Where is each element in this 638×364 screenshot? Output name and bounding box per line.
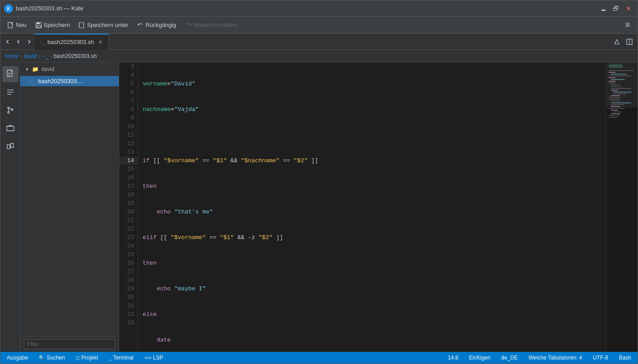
- statusbar-filetype[interactable]: Bash: [617, 355, 633, 361]
- statusbar-locale[interactable]: de_DE: [499, 355, 520, 361]
- new-button[interactable]: Neu: [4, 19, 30, 31]
- breadcrumb-file: bash20250303.sh: [54, 53, 96, 59]
- redo-button[interactable]: Wiederherstellen: [182, 19, 241, 31]
- project-icon-status: ◻: [76, 355, 80, 360]
- line-num-29: 29: [119, 284, 138, 293]
- tab-nav-right-button[interactable]: [24, 36, 35, 47]
- redo-label: Wiederherstellen: [193, 22, 238, 28]
- files-icon: [6, 70, 15, 79]
- svg-point-16: [8, 107, 9, 109]
- filetree-header: ▼ 📁 david: [20, 62, 119, 76]
- svg-rect-5: [37, 26, 40, 27]
- statusbar-lsp-label: LSP: [153, 355, 163, 361]
- tab-scroll-left-icon[interactable]: [2, 36, 13, 47]
- minimize-button[interactable]: 🗕: [598, 3, 609, 14]
- undo-button[interactable]: Rückgängig: [134, 19, 180, 31]
- split-view-button[interactable]: [624, 36, 635, 47]
- statusbar-project[interactable]: ◻ Projekt: [74, 355, 100, 361]
- save-as-button[interactable]: Speichern unter: [75, 19, 132, 31]
- line-num-22: 22: [119, 225, 138, 233]
- code-content[interactable]: vorname="David" nachname="Vajda" if [[ "…: [138, 62, 606, 352]
- minimap-viewport: [607, 62, 638, 107]
- svg-point-17: [8, 111, 9, 113]
- svg-rect-4: [37, 22, 40, 24]
- restore-button[interactable]: 🗗: [611, 3, 621, 14]
- outline-icon: [6, 88, 15, 97]
- statusbar-search-label: Suchen: [47, 355, 65, 361]
- svg-rect-6: [79, 22, 84, 28]
- line-num-14: 14: [119, 156, 138, 165]
- svg-rect-47: [611, 110, 618, 111]
- statusbar-output[interactable]: Ausgabe: [5, 355, 30, 361]
- breadcrumb-david[interactable]: david: [24, 53, 37, 59]
- breadcrumb-home[interactable]: home: [5, 53, 18, 59]
- line-num-18: 18: [119, 191, 138, 199]
- line-num-4: 4: [119, 71, 138, 80]
- statusbar-terminal[interactable]: _ Terminal: [107, 355, 135, 361]
- new-label: Neu: [16, 22, 27, 28]
- window-title: bash20250303.sh — Kate: [16, 5, 83, 12]
- code-line-5: [143, 131, 602, 139]
- quick-open-button[interactable]: [611, 36, 622, 47]
- tab-bash20250303[interactable]: ~_ bash20250303.sh ✕: [35, 34, 109, 50]
- svg-rect-49: [611, 113, 620, 114]
- tab-icon: ~_: [39, 40, 45, 45]
- statusbar-indent[interactable]: Weiche Tabulatoren: 4: [527, 355, 584, 361]
- line-num-30: 30: [119, 293, 138, 302]
- breadcrumb-sep-1: ›: [20, 53, 22, 59]
- line-num-16: 16: [119, 173, 138, 182]
- svg-text:K: K: [7, 6, 10, 11]
- save-as-icon: [79, 22, 85, 28]
- menu-button[interactable]: ≡: [621, 19, 634, 31]
- svg-marker-7: [615, 40, 619, 44]
- svg-rect-46: [609, 108, 625, 109]
- code-line-12: else: [143, 310, 602, 319]
- line-num-9: 9: [119, 114, 138, 122]
- terminal-icon-status: _: [109, 355, 112, 360]
- sidebar-folder-button[interactable]: [2, 120, 18, 136]
- line-numbers: 3 4 5 6 7 8 9 10 11 12 13 14 15 16 17 18…: [119, 62, 138, 352]
- line-num-11: 11: [119, 131, 138, 139]
- tab-label: bash20250303.sh: [48, 39, 94, 45]
- menu-icon: ≡: [625, 20, 630, 30]
- line-num-28: 28: [119, 276, 138, 284]
- line-num-17: 17: [119, 182, 138, 191]
- folder-icon: [6, 124, 15, 133]
- line-num-24: 24: [119, 242, 138, 250]
- filetree-filter: [20, 336, 119, 352]
- code-line-10: then: [143, 259, 602, 267]
- tree-item-label: bash20250303....: [38, 78, 83, 84]
- tabbar: ~_ bash20250303.sh ✕: [0, 34, 638, 50]
- filetree-item-bash[interactable]: ~_ bash20250303....: [20, 76, 119, 86]
- filter-input[interactable]: [24, 339, 115, 349]
- line-num-8: 8: [119, 105, 138, 114]
- statusbar-search[interactable]: 🔍 Suchen: [37, 355, 67, 361]
- statusbar-lsp[interactable]: </> LSP: [143, 355, 165, 361]
- sidebar-outline-button[interactable]: [2, 84, 18, 100]
- sidebar-plugin-button[interactable]: [2, 138, 18, 154]
- sidebar-files-button[interactable]: [2, 66, 18, 82]
- git-icon: [6, 106, 15, 115]
- statusbar-encoding[interactable]: UTF-8: [591, 355, 610, 361]
- split-view-icon: [626, 39, 633, 45]
- plugin-icon: [6, 142, 15, 151]
- minimap: [606, 62, 638, 352]
- save-button[interactable]: Speichern: [32, 19, 74, 31]
- close-button[interactable]: ✕: [623, 3, 634, 14]
- breadcrumb-tilde[interactable]: ~_: [42, 53, 49, 59]
- code-line-4: nachname="Vajda": [143, 105, 602, 114]
- tab-nav-left-button[interactable]: [13, 36, 24, 47]
- quick-open-icon: [614, 39, 620, 45]
- line-num-23: 23: [119, 233, 138, 242]
- statusbar-position[interactable]: 14:8: [446, 355, 460, 361]
- redo-icon: [185, 22, 192, 28]
- line-num-25: 25: [119, 250, 138, 259]
- statusbar-mode[interactable]: Einfügen: [467, 355, 492, 361]
- save-icon: [36, 22, 42, 28]
- filetree-root-label: david: [41, 66, 54, 72]
- sidebar-git-button[interactable]: [2, 102, 18, 118]
- line-num-31: 31: [119, 302, 138, 310]
- breadcrumb-sep-3: ›: [50, 53, 52, 59]
- tab-close-button[interactable]: ✕: [97, 39, 104, 46]
- svg-rect-21: [11, 143, 13, 147]
